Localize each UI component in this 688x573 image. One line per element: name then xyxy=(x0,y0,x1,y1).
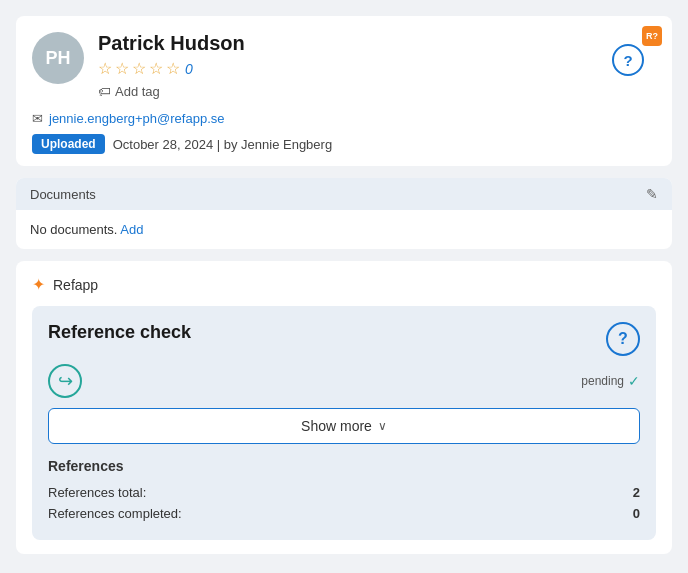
ref-actions-row: ↪ pending ✓ xyxy=(48,364,640,398)
email-row: ✉ jennie.engberg+ph@refapp.se xyxy=(32,111,656,126)
reference-check-card: Reference check ? ↪ pending ✓ Show more … xyxy=(32,306,656,540)
action-icon: ↪ xyxy=(58,370,73,392)
star-1: ☆ xyxy=(98,59,112,78)
star-3: ☆ xyxy=(132,59,146,78)
documents-header: Documents ✎ xyxy=(16,178,672,210)
help-button-ref[interactable]: ? xyxy=(606,322,640,356)
references-section: References References total: 2 Reference… xyxy=(48,458,640,524)
star-4: ☆ xyxy=(149,59,163,78)
refapp-badge-icon: R? xyxy=(642,26,662,46)
add-tag-button[interactable]: 🏷 Add tag xyxy=(98,84,656,99)
email-link[interactable]: jennie.engberg+ph@refapp.se xyxy=(49,111,224,126)
pending-check-icon: ✓ xyxy=(628,373,640,389)
documents-card: Documents ✎ No documents. Add xyxy=(16,178,672,249)
chevron-down-icon: ∨ xyxy=(378,419,387,433)
stars-row: ☆ ☆ ☆ ☆ ☆ 0 xyxy=(98,59,656,78)
avatar: PH xyxy=(32,32,84,84)
refapp-label: Refapp xyxy=(53,277,98,293)
ref-completed-label: References completed: xyxy=(48,506,182,521)
pending-label: pending ✓ xyxy=(581,373,640,389)
uploaded-badge: Uploaded xyxy=(32,134,105,154)
star-2: ☆ xyxy=(115,59,129,78)
help-button-top[interactable]: ? xyxy=(612,44,644,76)
ref-completed-value: 0 xyxy=(633,506,640,521)
table-row: References completed: 0 xyxy=(48,503,640,524)
ref-check-title: Reference check xyxy=(48,322,191,343)
star-count: 0 xyxy=(185,61,193,77)
refapp-section: ✦ Refapp Reference check ? ↪ pending ✓ S… xyxy=(16,261,672,554)
show-more-label: Show more xyxy=(301,418,372,434)
refapp-label-row: ✦ Refapp xyxy=(32,275,656,294)
ref-check-header: Reference check ? xyxy=(48,322,640,356)
show-more-button[interactable]: Show more ∨ xyxy=(48,408,640,444)
tag-icon: 🏷 xyxy=(98,84,111,99)
documents-body: No documents. Add xyxy=(16,210,672,249)
refapp-icon: ✦ xyxy=(32,275,45,294)
references-title: References xyxy=(48,458,640,474)
documents-label: Documents xyxy=(30,187,96,202)
pending-text: pending xyxy=(581,374,624,388)
profile-name: Patrick Hudson xyxy=(98,32,656,55)
table-row: References total: 2 xyxy=(48,482,640,503)
profile-card: PH Patrick Hudson ☆ ☆ ☆ ☆ ☆ 0 🏷 Add tag … xyxy=(16,16,672,166)
ref-total-value: 2 xyxy=(633,485,640,500)
edit-icon[interactable]: ✎ xyxy=(646,186,658,202)
add-document-link[interactable]: Add xyxy=(120,222,143,237)
status-date-text: October 28, 2024 | by Jennie Engberg xyxy=(113,137,332,152)
add-tag-label: Add tag xyxy=(115,84,160,99)
status-row: Uploaded October 28, 2024 | by Jennie En… xyxy=(32,134,656,154)
action-button[interactable]: ↪ xyxy=(48,364,82,398)
profile-info: Patrick Hudson ☆ ☆ ☆ ☆ ☆ 0 🏷 Add tag xyxy=(98,32,656,99)
ref-total-label: References total: xyxy=(48,485,146,500)
star-5: ☆ xyxy=(166,59,180,78)
no-documents-text: No documents. xyxy=(30,222,117,237)
email-icon: ✉ xyxy=(32,111,43,126)
